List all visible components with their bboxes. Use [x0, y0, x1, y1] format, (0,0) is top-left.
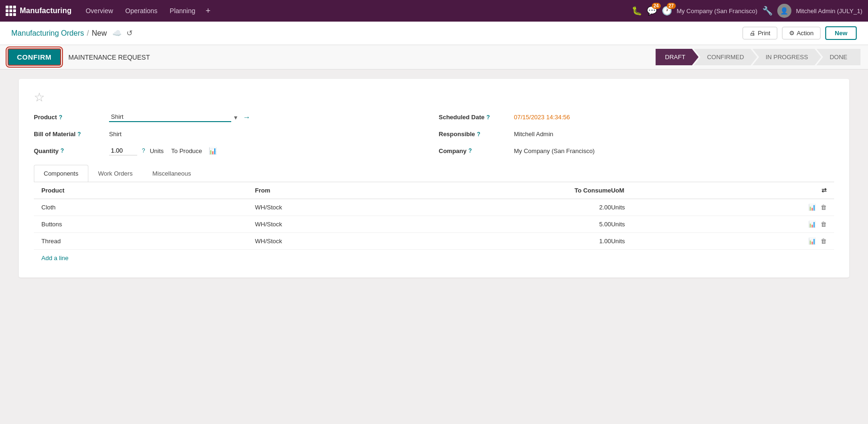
bom-help-icon[interactable]: ? — [78, 131, 81, 138]
nav-overview[interactable]: Overview — [80, 5, 118, 16]
row-chart-icon-0[interactable]: 📊 — [808, 204, 816, 211]
print-icon: 🖨 — [750, 30, 756, 37]
sub-header-right: 🖨 Print ⚙ Action New — [743, 26, 857, 40]
top-nav-right: 🐛 💬 24 🕐 27 My Company (San Francisco) 🔧… — [632, 4, 862, 18]
row-delete-icon-2[interactable]: 🗑 — [821, 238, 827, 245]
brand-logo[interactable]: Manufacturing — [6, 6, 71, 16]
action-button[interactable]: ⚙ Action — [782, 27, 821, 39]
top-nav-links: Overview Operations Planning + — [80, 5, 628, 17]
product-external-link-icon[interactable]: → — [243, 113, 250, 122]
activity-badge: 27 — [667, 3, 676, 9]
responsible-help-icon[interactable]: ? — [477, 131, 480, 138]
to-produce-label: To Produce — [171, 147, 202, 154]
quantity-label: Quantity ? — [34, 147, 109, 154]
product-input[interactable] — [109, 112, 231, 122]
row-uom-1: Units — [611, 221, 718, 228]
filter-icon[interactable]: ⇄ — [789, 187, 827, 194]
row-product-0[interactable]: Cloth — [41, 204, 255, 211]
tab-work-orders[interactable]: Work Orders — [88, 165, 142, 182]
responsible-field: Responsible ? Mitchell Admin — [439, 131, 835, 138]
scheduled-date-value[interactable]: 07/15/2023 14:34:56 — [514, 114, 570, 121]
add-line-link[interactable]: Add a line — [34, 250, 76, 266]
col-header-product: Product — [41, 187, 255, 194]
form-tabs: Components Work Orders Miscellaneous — [34, 165, 834, 182]
company-field: Company ? My Company (San Francisco) — [439, 147, 835, 154]
form-card: ☆ Product ? ▾ → Scheduled Date ? 07 — [19, 79, 849, 278]
row-from-2: WH/Stock — [255, 238, 469, 245]
to-produce-chart-icon[interactable]: 📊 — [209, 147, 217, 154]
company-value: My Company (San Francisco) — [514, 147, 595, 154]
main-content: ☆ Product ? ▾ → Scheduled Date ? 07 — [0, 69, 868, 423]
quantity-help-icon[interactable]: ? — [61, 147, 64, 154]
nav-operations[interactable]: Operations — [120, 5, 163, 16]
units-help-icon[interactable]: ? — [142, 147, 145, 154]
quantity-input-wrap: ? Units To Produce 📊 — [109, 146, 217, 155]
breadcrumb-root[interactable]: Manufacturing Orders — [11, 29, 84, 38]
quantity-input[interactable] — [109, 146, 137, 155]
col-header-to-consume: To Consume — [469, 187, 611, 194]
add-menu-button[interactable]: + — [202, 5, 215, 17]
quantity-field: Quantity ? ? Units To Produce 📊 — [34, 146, 430, 155]
sub-header-actions: ☁️ ↺ — [112, 29, 133, 38]
row-product-2[interactable]: Thread — [41, 238, 255, 245]
row-delete-icon-0[interactable]: 🗑 — [821, 204, 827, 211]
responsible-value: Mitchell Admin — [514, 131, 554, 138]
col-header-uom: UoM — [611, 187, 718, 194]
company-help-icon[interactable]: ? — [469, 147, 472, 154]
status-steps: DRAFT CONFIRMED IN PROGRESS DONE — [656, 49, 860, 65]
confirm-button[interactable]: CONFIRM — [8, 48, 61, 66]
table-row: Cloth WH/Stock 2.00 Units 📊 🗑 — [34, 199, 834, 216]
bug-icon[interactable]: 🐛 — [632, 6, 642, 16]
maintenance-request-label: MAINTENANCE REQUEST — [69, 54, 150, 61]
row-uom-0: Units — [611, 204, 718, 211]
product-select-wrap: ▾ → — [109, 112, 250, 122]
bom-value: Shirt — [109, 131, 122, 138]
breadcrumb-current: New — [92, 29, 107, 38]
row-chart-icon-1[interactable]: 📊 — [808, 221, 816, 228]
step-done[interactable]: DONE — [816, 49, 860, 65]
user-avatar[interactable]: 👤 — [777, 4, 791, 18]
nav-planning[interactable]: Planning — [164, 5, 201, 16]
print-button[interactable]: 🖨 Print — [743, 27, 777, 39]
bom-row: Bill of Material ? Shirt Responsible ? M… — [34, 131, 834, 138]
tab-miscellaneous[interactable]: Miscellaneous — [142, 165, 201, 182]
gear-icon: ⚙ — [789, 30, 795, 37]
bom-label: Bill of Material ? — [34, 131, 109, 138]
bom-field: Bill of Material ? Shirt — [34, 131, 430, 138]
table-header: Product From To Consume UoM ⇄ — [34, 182, 834, 199]
upload-icon[interactable]: ☁️ — [112, 29, 122, 38]
row-to-consume-0: 2.00 — [469, 204, 611, 211]
tab-components[interactable]: Components — [34, 165, 88, 182]
responsible-label: Responsible ? — [439, 131, 514, 138]
undo-icon[interactable]: ↺ — [126, 29, 133, 38]
row-from-1: WH/Stock — [255, 221, 469, 228]
company-label: Company ? — [439, 147, 514, 154]
scheduled-date-field: Scheduled Date ? 07/15/2023 14:34:56 — [439, 114, 835, 121]
favorite-star-icon[interactable]: ☆ — [34, 90, 834, 105]
table-row: Buttons WH/Stock 5.00 Units 📊 🗑 — [34, 216, 834, 233]
new-button[interactable]: New — [825, 26, 857, 40]
activity-icon[interactable]: 🕐 27 — [662, 6, 672, 16]
product-dropdown-icon[interactable]: ▾ — [234, 114, 237, 121]
settings-icon[interactable]: 🔧 — [762, 6, 773, 16]
user-label: Mitchell Admin (JULY_1) — [796, 8, 862, 15]
row-actions-2: 📊 🗑 — [789, 238, 827, 245]
brand-name: Manufacturing — [20, 7, 71, 15]
product-label: Product ? — [34, 114, 109, 121]
row-delete-icon-1[interactable]: 🗑 — [821, 221, 827, 228]
scheduled-date-help-icon[interactable]: ? — [486, 114, 490, 121]
row-product-1[interactable]: Buttons — [41, 221, 255, 228]
product-help-icon[interactable]: ? — [59, 114, 62, 121]
product-field-left: Product ? ▾ → — [34, 112, 430, 122]
row-chart-icon-2[interactable]: 📊 — [808, 238, 816, 245]
row-uom-2: Units — [611, 238, 718, 245]
step-in-progress[interactable]: IN PROGRESS — [752, 49, 821, 65]
row-actions-1: 📊 🗑 — [789, 221, 827, 228]
units-value: Units — [150, 147, 164, 154]
step-confirmed[interactable]: CONFIRMED — [694, 49, 757, 65]
step-draft[interactable]: DRAFT — [656, 49, 698, 65]
row-to-consume-2: 1.00 — [469, 238, 611, 245]
sub-header: Manufacturing Orders / New ☁️ ↺ 🖨 Print … — [0, 22, 868, 45]
messages-icon[interactable]: 💬 24 — [647, 6, 657, 16]
row-to-consume-1: 5.00 — [469, 221, 611, 228]
